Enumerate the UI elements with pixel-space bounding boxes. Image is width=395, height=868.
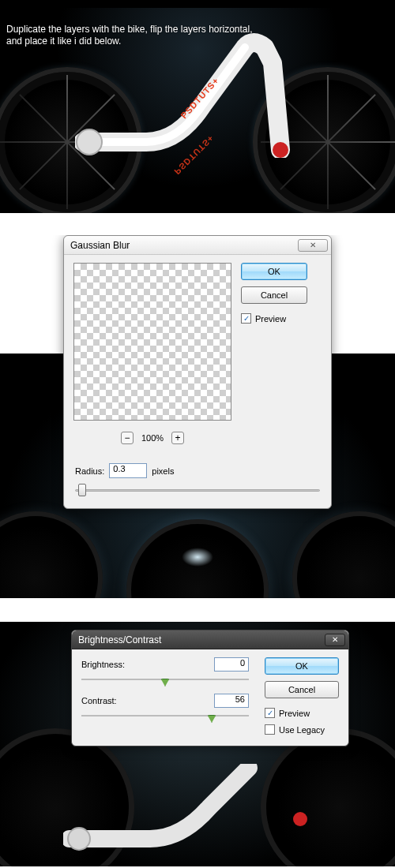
contrast-label: Contrast: [81, 696, 117, 705]
wheel-silhouette [0, 511, 103, 598]
slider-thumb[interactable] [208, 715, 216, 723]
svg-point-2 [68, 828, 90, 850]
close-button[interactable]: ✕ [298, 239, 328, 252]
wheel-silhouette [292, 511, 395, 598]
zoom-value: 100% [141, 433, 164, 443]
dialog-title: Brightness/Contrast [78, 634, 161, 645]
instruction-line1: Duplicate the layers with the bike, flip… [6, 24, 253, 36]
legacy-label: Use Legacy [279, 725, 325, 735]
instruction-text: Duplicate the layers with the bike, flip… [6, 24, 253, 47]
bc-controls: Brightness: 0 Contrast: 56 [81, 657, 252, 735]
radius-label: Radius: [75, 466, 104, 476]
ok-button[interactable]: OK [241, 263, 307, 280]
brightness-slider[interactable] [81, 675, 249, 686]
radius-row: Radius: 0.3 pixels [75, 463, 320, 478]
preview-checkbox[interactable]: ✓ [265, 708, 275, 718]
dialog-titlebar[interactable]: Gaussian Blur ✕ [64, 236, 331, 255]
minus-icon: − [124, 433, 130, 443]
bike-frame: PSDTUTS+ PSDTUTS+ [75, 32, 312, 158]
slider-thumb[interactable] [78, 484, 86, 496]
preview-label: Preview [279, 709, 310, 718]
close-button[interactable]: ✕ [325, 634, 345, 646]
tutorial-step-bike: PSDTUTS+ PSDTUTS+ Duplicate the layers w… [0, 0, 395, 213]
radius-slider[interactable] [75, 483, 320, 497]
slider-thumb[interactable] [161, 679, 170, 687]
tutorial-step-gaussian: Gaussian Blur ✕ − 100% + OK Cancel ✓ Pre… [0, 235, 395, 598]
zoom-in-button[interactable]: + [171, 432, 184, 444]
preview-checkbox[interactable]: ✓ [241, 313, 251, 324]
radius-input[interactable]: 0.3 [109, 463, 147, 478]
dialog-titlebar[interactable]: Brightness/Contrast ✕ [72, 630, 348, 649]
svg-point-0 [273, 142, 288, 158]
brightness-input[interactable]: 0 [214, 657, 249, 672]
legacy-checkbox[interactable] [265, 724, 275, 735]
close-icon: ✕ [310, 241, 316, 249]
contrast-slider[interactable] [81, 711, 249, 722]
preview-checkbox-row: ✓ Preview [241, 313, 307, 324]
checkmark-icon: ✓ [267, 709, 273, 717]
svg-point-3 [293, 812, 307, 826]
instruction-line2: and place it like i did below. [6, 36, 253, 47]
bike-frame-low [63, 764, 316, 851]
cancel-button[interactable]: Cancel [265, 681, 339, 698]
filter-preview[interactable] [73, 263, 231, 421]
slider-rail [75, 489, 320, 492]
preview-label: Preview [255, 314, 286, 324]
slider-rail [81, 715, 249, 716]
preview-checkbox-row: ✓ Preview [265, 708, 339, 718]
contrast-input[interactable]: 56 [214, 694, 249, 708]
zoom-out-button[interactable]: − [121, 432, 134, 444]
close-icon: ✕ [332, 635, 338, 644]
legacy-checkbox-row: Use Legacy [265, 724, 339, 735]
tutorial-step-brightness: Brightness/Contrast ✕ Brightness: 0 Cont… [0, 622, 395, 866]
radius-unit: pixels [152, 466, 174, 476]
ok-button[interactable]: OK [265, 657, 339, 675]
brightness-label: Brightness: [81, 660, 125, 669]
plus-icon: + [175, 433, 181, 443]
highlight-glow [182, 548, 213, 567]
svg-point-1 [77, 129, 102, 155]
checkmark-icon: ✓ [243, 314, 250, 323]
zoom-controls: − 100% + [121, 432, 184, 444]
brightness-contrast-dialog: Brightness/Contrast ✕ Brightness: 0 Cont… [71, 630, 349, 746]
cancel-button[interactable]: Cancel [241, 286, 307, 304]
dialog-title: Gaussian Blur [70, 240, 130, 251]
gaussian-blur-dialog: Gaussian Blur ✕ − 100% + OK Cancel ✓ Pre… [63, 235, 332, 509]
